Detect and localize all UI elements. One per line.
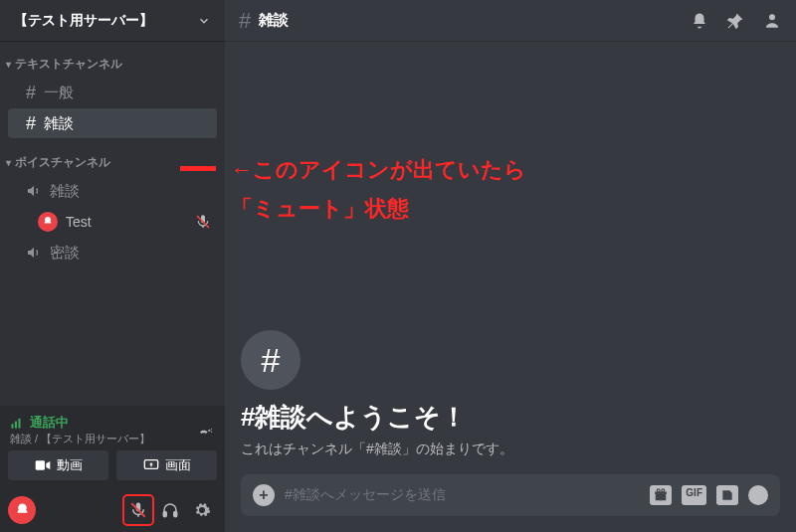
screen-icon <box>143 458 159 472</box>
avatar[interactable] <box>8 496 36 524</box>
voice-status-sub: 雑談 / 【テスト用サーバー】 <box>10 432 150 446</box>
sticker-button[interactable] <box>716 485 738 505</box>
composer-placeholder: #雑談へメッセージを送信 <box>285 486 640 504</box>
message-composer[interactable]: + #雑談へメッセージを送信 GIF <box>241 474 780 516</box>
voice-connected-label: 通話中 <box>10 414 150 432</box>
voice-user-name: Test <box>66 214 92 230</box>
text-channel-general[interactable]: # 一般 <box>8 78 217 107</box>
category-label: テキストチャンネル <box>15 56 122 73</box>
mute-button[interactable] <box>123 495 153 525</box>
channel-name: 雑談 <box>50 182 80 201</box>
chevron-down-icon <box>197 14 211 28</box>
svg-rect-4 <box>35 460 44 469</box>
svg-rect-1 <box>11 424 13 428</box>
svg-point-16 <box>728 494 730 496</box>
text-channel-zatsudan[interactable]: # 雑談 <box>8 108 217 138</box>
svg-rect-3 <box>18 419 20 429</box>
voice-channel-zatsudan[interactable]: 雑談 <box>8 176 217 206</box>
channel-header: # 雑談 <box>225 0 796 42</box>
headphones-icon <box>161 501 179 519</box>
welcome-title: #雑談へようこそ！ <box>241 400 780 435</box>
video-button[interactable]: 動画 <box>8 450 108 480</box>
add-attachment-button[interactable]: + <box>253 484 275 506</box>
user-panel <box>0 488 225 532</box>
mic-muted-icon <box>195 214 211 230</box>
category-label: ボイスチャンネル <box>15 154 110 171</box>
svg-point-13 <box>658 489 661 492</box>
hash-badge: # <box>241 330 300 390</box>
chevron-down-icon: ▾ <box>6 59 11 70</box>
server-header[interactable]: 【テスト用サーバー】 <box>0 0 225 42</box>
category-text[interactable]: ▾ テキストチャンネル <box>0 50 225 77</box>
sidebar: 【テスト用サーバー】 ▾ テキストチャンネル # 一般 # 雑談 ▾ ボイスチャ… <box>0 0 225 532</box>
button-label: 動画 <box>57 456 83 474</box>
settings-button[interactable] <box>187 495 217 525</box>
category-voice[interactable]: ▾ ボイスチャンネル <box>0 148 225 175</box>
message-area: # #雑談へようこそ！ これはチャンネル「#雑談」の始まりです。 + #雑談へメ… <box>225 42 796 532</box>
gift-button[interactable] <box>650 485 672 505</box>
hash-icon: # <box>26 83 36 103</box>
mic-muted-icon <box>129 501 147 519</box>
avatar <box>38 212 58 232</box>
voice-channel-mitsu[interactable]: 密談 <box>8 238 217 267</box>
channel-list: ▾ テキストチャンネル # 一般 # 雑談 ▾ ボイスチャンネル 雑談 <box>0 42 225 406</box>
pin-icon[interactable] <box>726 12 744 30</box>
screen-share-button[interactable]: 画面 <box>116 450 217 480</box>
svg-rect-12 <box>661 492 662 501</box>
channel-name: 雑談 <box>44 114 74 133</box>
members-icon[interactable] <box>762 12 782 30</box>
main-area: # 雑談 # #雑談へようこそ！ これはチャンネル「#雑談」の始まりです。 + <box>225 0 796 532</box>
channel-name: 密談 <box>50 244 80 263</box>
deafen-button[interactable] <box>155 495 185 525</box>
gear-icon <box>193 501 211 519</box>
channel-title: 雑談 <box>259 11 289 30</box>
emoji-button[interactable] <box>748 485 768 505</box>
voice-status-panel: 通話中 雑談 / 【テスト用サーバー】 動画 画面 <box>0 406 225 532</box>
speaker-icon <box>26 245 42 261</box>
svg-rect-8 <box>174 512 177 517</box>
server-name: 【テスト用サーバー】 <box>14 12 153 30</box>
channel-name: 一般 <box>44 84 74 102</box>
svg-point-15 <box>724 494 726 496</box>
gif-button[interactable]: GIF <box>682 485 706 505</box>
welcome-subtitle: これはチャンネル「#雑談」の始まりです。 <box>241 441 780 458</box>
svg-point-14 <box>662 489 665 492</box>
camera-icon <box>35 459 51 471</box>
button-label: 画面 <box>165 456 191 474</box>
notifications-icon[interactable] <box>691 12 708 30</box>
voice-user[interactable]: Test <box>0 207 225 237</box>
disconnect-button[interactable] <box>197 422 215 440</box>
svg-rect-2 <box>15 422 17 429</box>
svg-point-9 <box>769 14 775 20</box>
hash-icon: # <box>26 113 36 134</box>
speaker-icon <box>26 183 42 199</box>
signal-icon <box>10 416 24 430</box>
chevron-down-icon: ▾ <box>6 157 11 168</box>
hash-icon: # <box>239 8 251 34</box>
svg-rect-7 <box>163 512 166 517</box>
